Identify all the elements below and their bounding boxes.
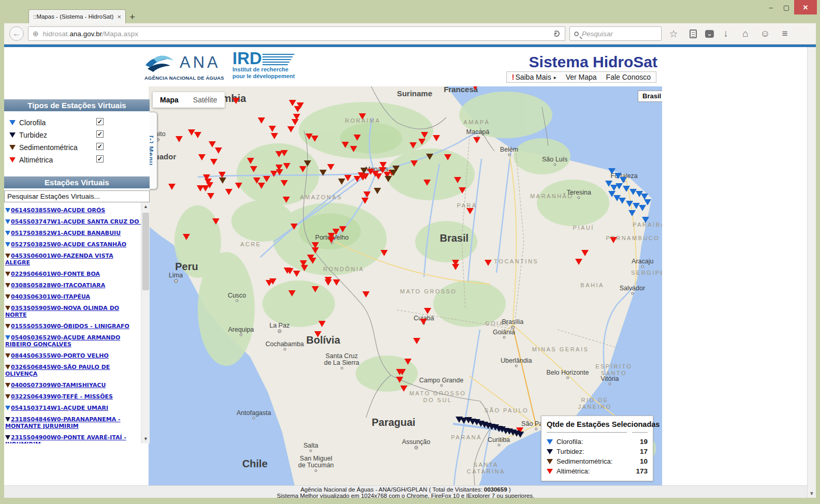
station-marker-alt[interactable] <box>342 142 349 148</box>
station-marker-alt[interactable] <box>283 163 290 169</box>
station-link[interactable]: 0308S05828W0-ITACOATIARA <box>11 282 105 289</box>
station-link[interactable]: 0614S03855W0-AÇUDE ORÓS <box>11 207 105 214</box>
map-canvas[interactable]: ColômbiaSurinameFrancesaEquadorQuitoPeru… <box>149 86 662 485</box>
type-checkbox[interactable]: ✓ <box>96 155 104 162</box>
station-marker-sed[interactable] <box>392 166 400 172</box>
close-button[interactable]: ✕ <box>794 0 817 14</box>
station-marker-clo[interactable] <box>639 205 646 211</box>
minimize-button[interactable]: – <box>763 0 779 14</box>
station-marker-alt[interactable] <box>288 290 296 297</box>
station-marker-alt[interactable] <box>424 308 431 314</box>
station-marker-alt[interactable] <box>210 159 217 165</box>
station-marker-alt[interactable] <box>270 171 277 177</box>
station-marker-alt[interactable] <box>309 258 316 264</box>
station-marker-clo[interactable] <box>642 217 649 223</box>
station-marker-alt[interactable] <box>290 224 298 230</box>
station-marker-alt[interactable] <box>473 137 480 143</box>
station-marker-alt[interactable] <box>344 175 352 181</box>
station-marker-alt[interactable] <box>250 166 257 172</box>
station-marker-sed[interactable] <box>385 176 392 182</box>
station-marker-alt[interactable] <box>466 208 474 214</box>
station-marker-alt[interactable] <box>225 189 232 195</box>
station-marker-alt[interactable] <box>194 132 201 138</box>
station-marker-alt[interactable] <box>485 260 492 266</box>
station-marker-alt[interactable] <box>350 146 357 152</box>
station-marker-alt[interactable] <box>318 321 326 327</box>
station-marker-sed[interactable] <box>319 170 327 176</box>
station-marker-alt[interactable] <box>396 377 403 383</box>
station-link[interactable]: 0155S05530W0-ÓBIDOS - LINIGRAFO <box>11 323 129 330</box>
station-marker-alt[interactable] <box>361 198 369 204</box>
station-marker-clo[interactable] <box>620 177 627 183</box>
station-marker-alt[interactable] <box>269 126 276 132</box>
type-checkbox[interactable]: ✓ <box>96 130 104 138</box>
station-marker-alt[interactable] <box>209 141 216 147</box>
station-link[interactable]: 2318S04846W0-PARANAPANEMA - MONTANTE JUR… <box>5 416 121 429</box>
station-marker-alt[interactable] <box>202 185 209 191</box>
url-bar[interactable]: ⊕ hidrosat.ana.gov.br/Mapa.aspx <box>28 26 548 41</box>
station-marker-alt[interactable] <box>375 173 382 180</box>
station-marker-alt[interactable] <box>400 386 407 392</box>
station-marker-alt[interactable] <box>363 191 371 198</box>
station-marker-alt[interactable] <box>459 187 466 194</box>
scroll-thumb[interactable] <box>142 213 149 290</box>
reload-button[interactable] <box>548 26 565 41</box>
station-marker-alt[interactable] <box>312 286 319 292</box>
station-marker-alt[interactable] <box>409 142 417 149</box>
station-link[interactable]: 0545S03747W1-AÇUDE SANTA CRUZ DO APODI <box>11 218 150 225</box>
menu-item[interactable]: Ver Mapa <box>566 73 597 81</box>
page-scroll-down-icon[interactable]: ▼ <box>808 491 816 496</box>
station-marker-alt[interactable] <box>339 226 346 232</box>
station-marker-clo[interactable] <box>616 183 623 189</box>
station-link[interactable]: 0540S03652W0-AÇUDE ARMANDO RIBEIRO GONÇA… <box>5 334 120 348</box>
back-button[interactable]: ← <box>9 26 24 41</box>
stations-search-input[interactable] <box>4 190 150 202</box>
station-marker-alt[interactable] <box>581 250 589 256</box>
station-marker-sed[interactable] <box>374 188 381 194</box>
station-marker-alt[interactable] <box>287 126 295 132</box>
station-marker-alt[interactable] <box>168 184 175 190</box>
station-marker-alt[interactable] <box>433 135 440 141</box>
station-marker-alt[interactable] <box>258 117 265 124</box>
station-marker-alt[interactable] <box>472 86 479 90</box>
map-button[interactable]: Mapa <box>153 92 186 108</box>
station-marker-sed[interactable] <box>426 154 433 160</box>
scroll-up-icon[interactable]: ▲ <box>141 202 150 211</box>
station-marker-clo[interactable] <box>644 199 651 205</box>
station-marker-sed[interactable] <box>219 177 226 184</box>
station-marker-alt[interactable] <box>293 114 300 120</box>
station-marker-clo[interactable] <box>628 210 636 216</box>
station-marker-alt[interactable] <box>266 280 273 286</box>
station-marker-alt[interactable] <box>293 271 300 277</box>
station-marker-alt[interactable] <box>575 259 582 265</box>
station-link[interactable]: 2315S04900W0-PONTE AVARÉ-ITAÍ - JURUMIRI… <box>5 434 126 443</box>
hello-smiley-icon[interactable]: ☺ <box>757 28 773 39</box>
station-marker-alt[interactable] <box>258 183 265 189</box>
station-link[interactable]: 0353S05905W0-NOVA OLINDA DO NORTE <box>5 305 119 318</box>
stations-scrollbar[interactable]: ▲ ▼ <box>141 202 150 443</box>
station-marker-alt[interactable] <box>420 319 427 325</box>
station-marker-alt[interactable] <box>411 160 418 167</box>
station-marker-alt[interactable] <box>610 237 617 243</box>
station-marker-alt[interactable] <box>286 268 294 274</box>
browser-search-field[interactable]: Pesquisar <box>569 26 662 41</box>
station-marker-alt[interactable] <box>327 164 334 170</box>
station-marker-alt[interactable] <box>207 193 214 199</box>
type-checkbox[interactable]: ✓ <box>96 143 104 150</box>
station-marker-clo[interactable] <box>626 201 633 207</box>
station-marker-alt[interactable] <box>215 147 222 154</box>
station-marker-alt[interactable] <box>297 102 304 109</box>
station-link[interactable]: 0844S06355W0-PORTO VELHO <box>11 352 109 359</box>
station-marker-alt[interactable] <box>413 338 420 344</box>
station-marker-alt[interactable] <box>198 154 206 160</box>
station-link[interactable]: 0326S06845W0-SÃO PAULO DE OLIVENÇA <box>5 364 110 377</box>
station-marker-sed[interactable] <box>304 160 311 167</box>
station-marker-clo[interactable] <box>623 186 630 192</box>
collapse-menu-tab[interactable]: [-] Menu <box>149 112 157 189</box>
maximize-button[interactable]: ▢ <box>779 0 794 14</box>
bookmark-star-icon[interactable]: ☆ <box>666 28 681 40</box>
hamburger-menu-icon[interactable]: ≡ <box>777 28 793 39</box>
station-marker-alt[interactable] <box>301 265 308 271</box>
station-marker-sed[interactable] <box>360 168 368 174</box>
station-marker-sed[interactable] <box>338 179 345 185</box>
